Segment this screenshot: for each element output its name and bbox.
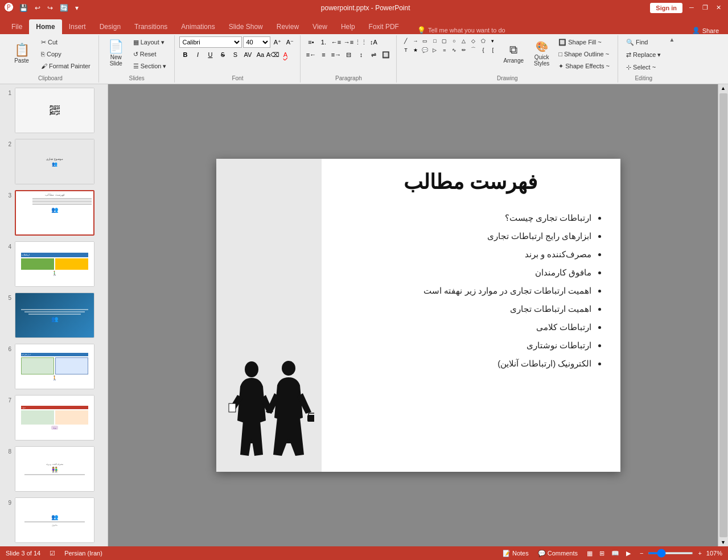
slideshow-button[interactable]: ▶ xyxy=(624,549,633,558)
signin-button[interactable]: Sign in xyxy=(650,3,682,13)
restore-button[interactable]: ❐ xyxy=(701,3,710,12)
shape-curve[interactable]: ∿ xyxy=(450,46,458,54)
slide-img-5[interactable]: 👥 xyxy=(15,293,94,338)
font-size-select[interactable]: 40 xyxy=(243,36,270,48)
undo-button[interactable]: ↩ xyxy=(32,3,43,13)
tab-transitions[interactable]: Transitions xyxy=(127,19,174,34)
shadow-button[interactable]: S xyxy=(229,49,241,60)
shape-triangle[interactable]: △ xyxy=(459,36,468,45)
shape-freeform[interactable]: ✏ xyxy=(459,46,468,54)
shape-square[interactable]: □ xyxy=(430,36,439,45)
slide-thumb-4[interactable]: 4 ارتباطات 🚶‍♂️ xyxy=(2,240,105,288)
slide-thumb-7[interactable]: 7 پروژه برند xyxy=(2,394,105,442)
slide-img-6[interactable]: ابزارهای رایج 🚶 xyxy=(15,344,94,389)
slide-thumb-6[interactable]: 6 ابزارهای رایج 🚶 xyxy=(2,343,105,390)
reset-button[interactable]: ↺ Reset xyxy=(130,48,170,60)
slide-canvas[interactable]: فهرست مطالب ارتباطات تجاری چیست؟ ابزارها… xyxy=(216,159,620,472)
shape-arrow[interactable]: → xyxy=(411,36,419,45)
notes-button[interactable]: 📝 Notes xyxy=(500,549,531,558)
strikethrough-button[interactable]: S̶ xyxy=(217,49,228,60)
para-direction-button[interactable]: ⇌ xyxy=(368,49,379,60)
scroll-down-button[interactable]: ▼ xyxy=(719,538,727,546)
find-button[interactable]: 🔍 Find xyxy=(623,36,664,48)
slide-thumb-2[interactable]: 2 موضوع تجاری 👥 xyxy=(2,138,105,186)
tab-view[interactable]: View xyxy=(306,19,334,34)
text-direction-button[interactable]: ↕A xyxy=(368,36,379,48)
zoom-slider[interactable] xyxy=(648,552,693,554)
shape-pentagon[interactable]: ⬠ xyxy=(479,36,487,45)
minimize-button[interactable]: ─ xyxy=(687,3,696,12)
select-button[interactable]: ⊹ Select ~ xyxy=(623,61,664,73)
slide-thumb-1[interactable]: 1 ﷽ xyxy=(2,87,105,134)
shape-callout[interactable]: 💬 xyxy=(421,46,429,54)
font-color-button[interactable]: A xyxy=(279,49,291,60)
clear-format-button[interactable]: A⌫ xyxy=(267,49,278,60)
slide-img-1[interactable]: ﷽ xyxy=(15,88,94,133)
slide-img-9[interactable]: 👥 مافوق xyxy=(15,497,94,543)
tab-design[interactable]: Design xyxy=(93,19,127,34)
numbering-button[interactable]: 1. xyxy=(318,36,329,48)
align-right-button[interactable]: ≡→ xyxy=(330,49,342,60)
format-painter-button[interactable]: 🖌 Format Painter xyxy=(38,60,94,72)
decrease-indent-button[interactable]: ←≡ xyxy=(330,36,342,48)
arrange-button[interactable]: ⧉ Arrange xyxy=(499,36,528,71)
save-button[interactable]: 💾 xyxy=(17,3,30,13)
shape-round-rect[interactable]: ▢ xyxy=(440,36,449,45)
shapes-more[interactable]: ▾ xyxy=(488,36,497,45)
slide-thumb-3[interactable]: 3 فهرست مطالب 👥 xyxy=(2,189,105,237)
redo-button[interactable]: ↪ xyxy=(45,3,55,13)
slide-thumb-9[interactable]: 9 👥 مافوق xyxy=(2,496,105,544)
shape-text[interactable]: T xyxy=(401,46,410,54)
smart-art-button[interactable]: 🔲 xyxy=(380,49,392,60)
slide-sorter-button[interactable]: ⊞ xyxy=(597,549,607,558)
tab-file[interactable]: File xyxy=(5,19,29,34)
slide-img-3[interactable]: فهرست مطالب 👥 xyxy=(15,190,94,236)
tab-help[interactable]: Help xyxy=(334,19,362,34)
shape-oval[interactable]: ○ xyxy=(450,36,458,45)
increase-indent-button[interactable]: →≡ xyxy=(343,36,354,48)
italic-button[interactable]: I xyxy=(192,49,203,60)
spacing-button[interactable]: AV xyxy=(242,49,253,60)
canvas-area[interactable]: ▲ ▼ xyxy=(108,84,728,546)
shape-effects-button[interactable]: ✦ Shape Effects ~ xyxy=(555,60,613,72)
normal-view-button[interactable]: ▦ xyxy=(585,549,595,558)
shape-star[interactable]: ★ xyxy=(411,46,419,54)
shape-connector[interactable]: ⌒ xyxy=(469,46,478,54)
shape-brace[interactable]: { xyxy=(479,46,487,54)
shape-rect[interactable]: ▭ xyxy=(421,36,429,45)
customize-qa-button[interactable]: ▾ xyxy=(73,3,81,13)
quick-styles-button[interactable]: 🎨 Quick Styles xyxy=(529,36,554,71)
increase-font-size-button[interactable]: A⁺ xyxy=(272,36,283,48)
bold-button[interactable]: B xyxy=(179,49,191,60)
shape-fill-button[interactable]: 🔲 Shape Fill ~ xyxy=(555,36,613,48)
tell-me-box[interactable]: Tell me what you want to do xyxy=(428,27,505,34)
columns-button[interactable]: ⋮⋮ xyxy=(355,36,367,48)
slide-img-8[interactable]: مصرف‌کننده و برند 👫 xyxy=(15,446,94,492)
zoom-in-button[interactable]: + xyxy=(696,549,704,558)
reading-view-button[interactable]: 📖 xyxy=(609,549,622,558)
shape-action[interactable]: ▷ xyxy=(430,46,439,54)
shape-eq[interactable]: = xyxy=(440,46,449,54)
shape-line[interactable]: ╱ xyxy=(401,36,410,45)
font-name-select[interactable]: Calibri xyxy=(179,36,242,48)
paste-button[interactable]: 📋 Paste xyxy=(7,36,36,71)
share-label[interactable]: Share xyxy=(702,27,719,34)
scroll-thumb-v[interactable] xyxy=(719,93,727,537)
justify-button[interactable]: ⊟ xyxy=(343,49,354,60)
vertical-scrollbar[interactable]: ▲ ▼ xyxy=(718,84,728,546)
slide-img-4[interactable]: ارتباطات 🚶‍♂️ xyxy=(15,241,94,287)
collapse-ribbon-button[interactable]: ▲ xyxy=(669,36,674,43)
copy-button[interactable]: ⎘ Copy xyxy=(38,48,94,60)
tab-review[interactable]: Review xyxy=(270,19,306,34)
tab-insert[interactable]: Insert xyxy=(62,19,93,34)
align-center-button[interactable]: ≡ xyxy=(318,49,329,60)
shape-bracket[interactable]: [ xyxy=(488,46,497,54)
tab-foxitpdf[interactable]: Foxit PDF xyxy=(362,19,406,34)
tab-slideshow[interactable]: Slide Show xyxy=(222,19,270,34)
close-button[interactable]: ✕ xyxy=(714,3,723,12)
slide-thumb-8[interactable]: 8 مصرف‌کننده و برند 👫 xyxy=(2,445,105,493)
shape-outline-button[interactable]: □ Shape Outline ~ xyxy=(555,48,613,60)
tab-home[interactable]: Home xyxy=(29,19,61,34)
bullets-button[interactable]: ≡• xyxy=(305,36,316,48)
new-slide-button[interactable]: 📄 New Slide xyxy=(104,36,129,71)
